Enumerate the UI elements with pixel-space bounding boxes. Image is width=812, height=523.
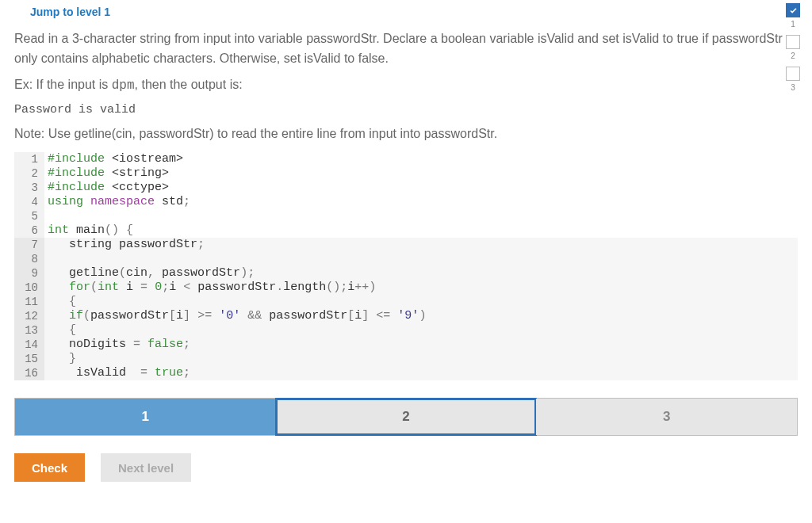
expected-output: Password is valid [14,103,798,116]
pager-tab-1[interactable]: 1 [15,399,276,435]
progress-step-1-label: 1 [791,20,795,29]
line-number: 4 [14,195,44,209]
line-number: 13 [14,323,44,338]
code-content[interactable]: #include <string> [44,166,798,181]
pager-tab-2[interactable]: 2 [276,399,537,435]
line-number: 14 [14,338,44,352]
line-number: 6 [14,223,44,238]
check-button[interactable]: Check [14,453,85,482]
test-pager: 1 2 3 [14,398,798,436]
code-content[interactable] [44,209,798,223]
next-level-button: Next level [101,453,191,482]
description-paragraph-1: Read in a 3-character string from input … [14,29,798,69]
code-content[interactable]: string passwordStr; [44,238,798,252]
line-number: 9 [14,266,44,281]
code-content[interactable]: int main() { [44,223,798,238]
pager-tab-3[interactable]: 3 [536,399,797,435]
line-number: 8 [14,252,44,266]
progress-step-2-label: 2 [791,52,795,60]
line-number: 15 [14,352,44,366]
line-number: 7 [14,238,44,252]
line-number: 11 [14,295,44,309]
example-suffix: , then the output is: [135,78,243,91]
code-content[interactable]: #include <iostream> [44,152,798,166]
progress-step-1-icon [786,3,800,17]
line-number: 12 [14,309,44,323]
note-line: Note: Use getline(cin, passwordStr) to r… [14,124,798,144]
line-number: 16 [14,366,44,380]
problem-description: Read in a 3-character string from input … [14,29,798,95]
progress-step-3-icon [786,67,800,81]
action-bar: Check Next level [14,453,798,482]
code-content[interactable]: if(passwordStr[i] >= '0' && passwordStr[… [44,309,798,323]
code-content[interactable]: noDigits = false; [44,338,798,352]
progress-step-2-icon [786,35,800,49]
note-text: Note: Use getline(cin, passwordStr) to r… [14,124,798,144]
example-input: dpm [112,78,135,93]
code-content[interactable]: for(int i = 0;i < passwordStr.length();i… [44,281,798,295]
line-number: 2 [14,166,44,181]
code-content[interactable]: using namespace std; [44,195,798,209]
example-line: Ex: If the input is dpm, then the output… [14,75,798,96]
code-editor[interactable]: 1#include <iostream> 2#include <string> … [14,152,798,380]
code-content[interactable]: { [44,295,798,309]
line-number: 10 [14,281,44,295]
code-content[interactable]: { [44,323,798,338]
checkmark-icon [789,6,798,15]
line-number: 5 [14,209,44,223]
line-number: 1 [14,152,44,166]
jump-to-level-link[interactable]: Jump to level 1 [14,0,798,29]
code-content[interactable]: getline(cin, passwordStr); [44,266,798,281]
code-content[interactable]: #include <cctype> [44,181,798,195]
code-content[interactable] [44,252,798,266]
code-content[interactable]: } [44,352,798,366]
example-prefix: Ex: If the input is [14,78,112,91]
progress-step-3-label: 3 [791,83,795,92]
progress-sidebar: 1 2 3 [783,3,802,97]
line-number: 3 [14,181,44,195]
code-content[interactable]: isValid = true; [44,366,798,380]
